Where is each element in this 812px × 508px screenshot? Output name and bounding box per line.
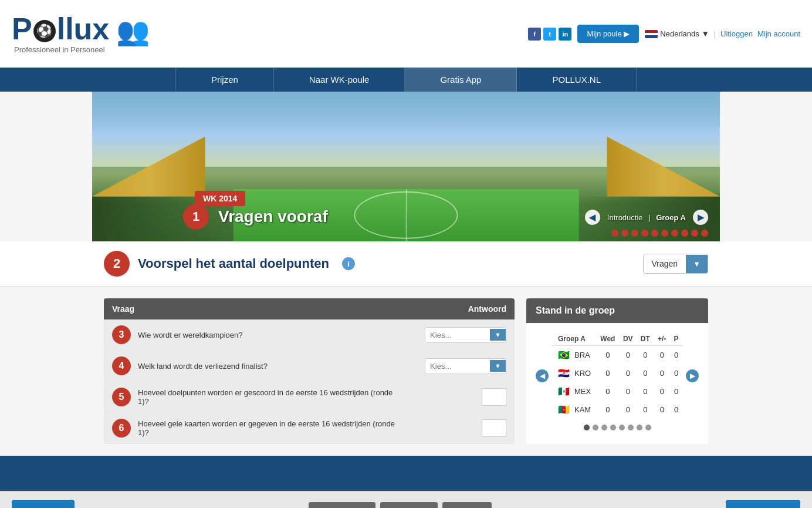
language-selector[interactable]: Nederlands ▼ <box>645 29 709 38</box>
stand-dot-2[interactable] <box>593 425 598 430</box>
linkedin-icon[interactable]: in <box>559 28 571 41</box>
q-number-5: 5 <box>112 388 131 406</box>
section-2-header: 2 Voorspel het aantal doelpunten i Vrage… <box>0 241 812 287</box>
q-dropdown-btn-3[interactable]: ▼ <box>490 329 506 341</box>
nav-wk-poule[interactable]: Naar WK-poule <box>274 68 405 92</box>
nl-flag-icon <box>645 30 658 38</box>
kam-name: KAM <box>574 405 591 414</box>
bra-wed: 0 <box>596 346 619 365</box>
q-text-input-5[interactable] <box>482 388 506 406</box>
stand-nav-next-button[interactable]: ▶ <box>686 369 699 382</box>
spelregels-button[interactable]: Spelregels <box>380 502 437 509</box>
nav-gratis-app[interactable]: Gratis App <box>405 68 517 92</box>
kro-diff: 0 <box>654 364 671 382</box>
hero-nav-prev-button[interactable]: ◀ <box>585 210 600 225</box>
nav-label-group: Groep A <box>656 213 686 222</box>
mex-flag-icon: 🇲🇽 <box>558 386 570 397</box>
question-row-4: 4 Welk land wordt de verliezend finalist… <box>104 351 515 382</box>
hero-dot-1[interactable] <box>611 230 618 237</box>
q-text-input-6[interactable] <box>482 419 506 437</box>
q-dropdown-input-4[interactable] <box>425 359 490 374</box>
kro-dt: 0 <box>637 364 654 382</box>
col-group-header: Groep A <box>552 332 596 346</box>
hero-dot-10[interactable] <box>701 230 708 237</box>
uitloggen-link[interactable]: Uitloggen <box>720 29 753 38</box>
opslaan-button[interactable]: Opslaan <box>442 502 492 509</box>
header-right: f t in Mijn poule ▶ Nederlands ▼ | Uitlo… <box>528 25 800 43</box>
bra-name: BRA <box>574 351 590 359</box>
question-row-6: 6 Hoeveel gele kaarten worden er gegeven… <box>104 413 515 444</box>
nav-separator: | <box>648 213 650 222</box>
stand-dot-4[interactable] <box>610 425 616 430</box>
vragen-dropdown-arrow[interactable]: ▼ <box>686 255 708 273</box>
stand-dots-area <box>536 419 699 434</box>
kro-name: KRO <box>574 369 591 378</box>
hero-dot-4[interactable] <box>641 230 648 237</box>
q-number-6: 6 <box>112 419 131 438</box>
table-row-kro: 🇭🇷 KRO 0 0 0 0 0 <box>552 364 682 382</box>
stand-dot-6[interactable] <box>628 425 634 430</box>
language-dropdown-arrow: ▼ <box>702 29 709 38</box>
volgende-button[interactable]: Volgende ▶ <box>726 500 800 508</box>
hero-title-area: 1 Vragen vooraf <box>183 204 328 230</box>
hero-banner: WK 2014 1 Vragen vooraf ◀ Introductie | … <box>92 92 720 241</box>
mijn-account-link[interactable]: Mijn account <box>757 29 800 38</box>
hero-dot-9[interactable] <box>691 230 698 237</box>
stand-panel: Stand in de groep ◀ Groep A Wed DV DT +/… <box>526 298 708 444</box>
q-dropdown-4[interactable]: ▼ <box>425 358 506 374</box>
logo-tagline: Professioneel in Personeel <box>14 45 150 54</box>
stand-table-area: ◀ Groep A Wed DV DT +/- P <box>536 332 699 419</box>
logo-area: P ⚽ llux 👥 Professioneel in Personeel <box>12 14 150 54</box>
nav-pollux-nl[interactable]: POLLUX.NL <box>517 68 637 92</box>
lang-auth-bar: Nederlands ▼ | Uitloggen Mijn account <box>645 29 800 38</box>
speelschema-button[interactable]: Speelschema <box>309 502 376 509</box>
hero-dot-3[interactable] <box>631 230 638 237</box>
section-2-title: Voorspel het aantal doelpunten <box>138 256 329 271</box>
q-number-4: 4 <box>112 356 131 375</box>
kro-wed: 0 <box>596 364 619 382</box>
q-dropdown-input-3[interactable] <box>425 328 490 342</box>
stand-header: Stand in de groep <box>526 298 708 323</box>
q-answer-3: ▼ <box>401 327 506 343</box>
stand-dot-1[interactable] <box>584 425 590 430</box>
hero-dot-7[interactable] <box>671 230 678 237</box>
hero-dot-6[interactable] <box>661 230 668 237</box>
hero-dot-5[interactable] <box>651 230 658 237</box>
vorige-button[interactable]: ◀ Vorige <box>12 500 75 508</box>
team-bra-area: 🇧🇷 BRA <box>556 349 593 361</box>
mex-diff: 0 <box>654 382 671 401</box>
team-mex-area: 🇲🇽 MEX <box>556 386 593 397</box>
q-answer-5 <box>401 388 506 406</box>
mex-name: MEX <box>574 387 591 396</box>
bra-diff: 0 <box>654 346 671 365</box>
facebook-icon[interactable]: f <box>528 28 541 41</box>
team-kam-area: 🇨🇲 KAM <box>556 404 593 415</box>
hero-nav-next-button[interactable]: ▶ <box>693 210 708 225</box>
stand-nav-prev-button[interactable]: ◀ <box>536 369 549 382</box>
stand-dot-5[interactable] <box>619 425 625 430</box>
hero-dot-8[interactable] <box>681 230 688 237</box>
nav-prijzen[interactable]: Prijzen <box>175 68 274 92</box>
section-2-number: 2 <box>104 251 130 277</box>
hero-dot-2[interactable] <box>621 230 628 237</box>
q-dropdown-btn-4[interactable]: ▼ <box>490 360 506 372</box>
q-answer-4: ▼ <box>401 358 506 374</box>
mijn-poule-button[interactable]: Mijn poule ▶ <box>577 25 639 43</box>
stand-dot-7[interactable] <box>637 425 642 430</box>
bra-p: 0 <box>670 346 682 365</box>
hero-nav: ◀ Introductie | Groep A ▶ <box>585 210 708 225</box>
info-icon[interactable]: i <box>342 257 355 270</box>
q-dropdown-3[interactable]: ▼ <box>425 327 506 343</box>
kro-dv: 0 <box>619 364 637 382</box>
stand-dot-8[interactable] <box>645 425 651 430</box>
kam-diff: 0 <box>654 401 671 419</box>
col-diff-header: +/- <box>654 332 671 346</box>
vragen-dropdown[interactable]: Vragen ▼ <box>643 254 709 274</box>
kam-p: 0 <box>670 401 682 419</box>
twitter-icon[interactable]: t <box>543 28 556 41</box>
nav-label-intro: Introductie <box>607 213 643 222</box>
main-nav: Prijzen Naar WK-poule Gratis App POLLUX.… <box>0 68 812 92</box>
separator: | <box>714 29 716 38</box>
table-row-mex: 🇲🇽 MEX 0 0 0 0 0 <box>552 382 682 401</box>
stand-dot-3[interactable] <box>601 425 607 430</box>
